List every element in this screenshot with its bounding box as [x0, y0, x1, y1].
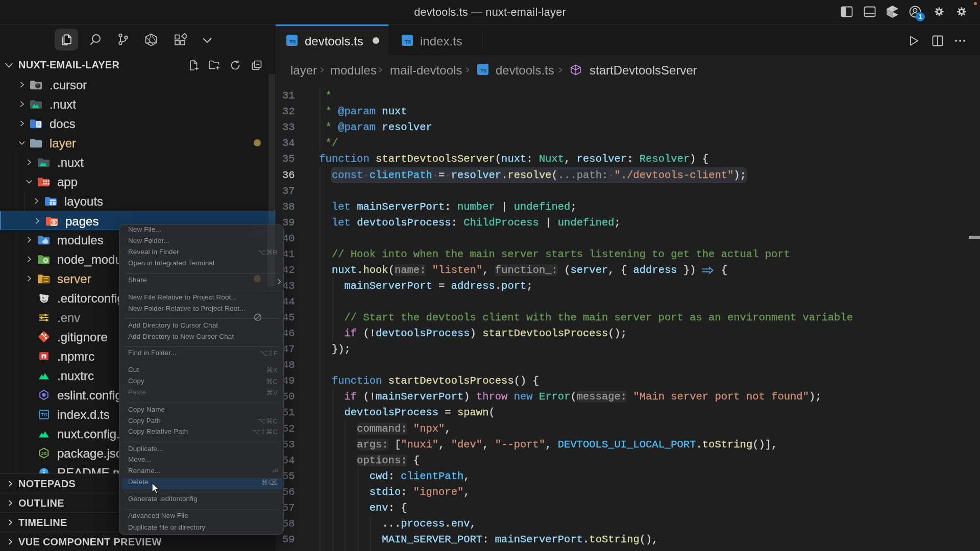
svg-text:TS: TS — [480, 68, 486, 73]
svg-text:TS: TS — [289, 39, 296, 44]
svg-text:JS: JS — [41, 451, 46, 456]
svg-text:TS: TS — [405, 39, 411, 44]
svg-text:TS: TS — [41, 412, 47, 417]
